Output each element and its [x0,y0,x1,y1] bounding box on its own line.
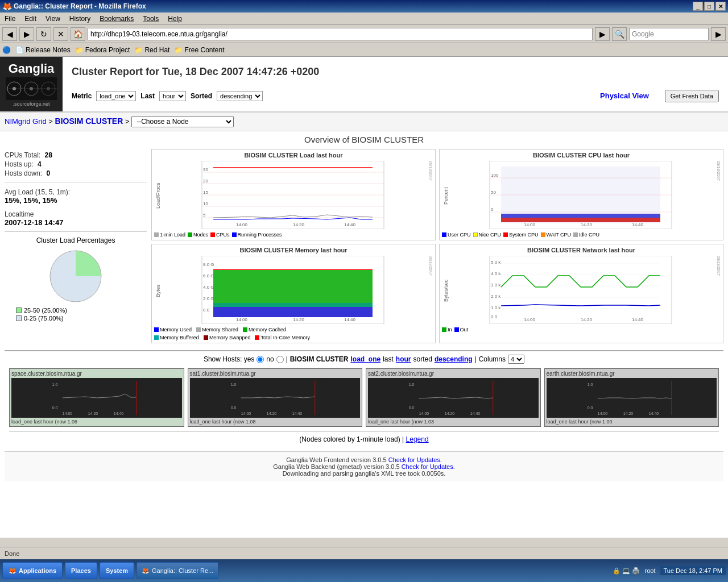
bookmark-redhat[interactable]: 📁 Red Hat [134,46,169,54]
biosim-cluster-link[interactable]: BIOSIM CLUSTER [55,117,123,126]
go-button[interactable]: ▶ [595,27,610,41]
network-chart-container: BIOSIM CLUSTER Network last hour Bytes/s… [439,244,723,343]
svg-text:14:20: 14:20 [581,222,593,227]
ganglia-logo: Ganglia .sourceforge.net [0,57,63,111]
forward-button[interactable]: ▶ [19,27,34,41]
hour-link[interactable]: hour [396,355,411,363]
svg-text:14:20: 14:20 [293,317,305,322]
refresh-button[interactable]: ↻ [36,27,51,41]
cpus-total-row: CPUs Total: 28 [5,151,147,159]
close-button[interactable]: ✕ [715,2,726,11]
svg-rect-51 [490,256,672,324]
svg-point-6 [30,87,33,90]
network-chart-svg: 5.0 k 4.0 k 3.0 k 2.0 k 1.0 k 0.0 [449,256,713,324]
search-icon[interactable]: 🔍 [612,27,627,41]
svg-text:10: 10 [203,201,208,206]
load-chart-svg: 30 20 15 10 5 [161,161,425,229]
window-controls: _ □ ✕ [693,2,726,11]
descending-link[interactable]: descending [435,355,473,363]
bookmark-free-content[interactable]: 📁 Free Content [174,46,224,54]
hosts-cluster-label: BIOSIM CLUSTER [290,355,349,363]
physical-view-link[interactable]: Physical View [600,92,649,100]
ganglia-header: Ganglia .sourceforge.net Cluster Report … [0,57,728,113]
stop-button[interactable]: ✕ [53,27,68,41]
svg-text:1.0: 1.0 [230,383,236,386]
search-input[interactable] [629,28,709,40]
charts-row-1: BIOSIM CLUSTER Load last hour Load/Procs [151,149,723,240]
svg-text:5: 5 [203,213,206,218]
nimgrid-link[interactable]: NIMgrid Grid [5,117,47,126]
bookmark-fedora[interactable]: 📁 Fedora Project [75,46,130,54]
breadcrumb-sep2: > [125,117,131,126]
network-chart-title: BIOSIM CLUSTER Network last hour [442,247,721,253]
svg-text:14:40: 14:40 [344,317,356,322]
svg-text:0.0: 0.0 [587,406,593,410]
cpu-chart-legend: User CPU Nice CPU System CPU WAIT CPU Id… [442,232,721,238]
host-caption: load_one last hour (now 1.00 [547,419,717,425]
legend-0-25-label: 0-25 (75.00%) [24,315,64,322]
show-hosts-no-radio[interactable] [276,356,284,363]
url-input[interactable] [88,28,593,40]
cpu-chart-container: BIOSIM CLUSTER CPU last hour Percent [439,149,723,240]
check-updates-2-link[interactable]: Check for Updates. [402,463,455,470]
folder-icon: 📁 [75,46,84,54]
sorted-select[interactable]: descending [217,91,263,101]
host-name: sat1.cluster.biosim.ntua.gr [190,371,361,377]
minimize-button[interactable]: _ [693,2,703,11]
svg-text:0.0: 0.0 [491,314,498,319]
svg-text:14:20: 14:20 [623,411,633,415]
breadcrumb-sep1: > [48,117,55,126]
footer-line1: Ganglia Web Frontend version 3.0.5 Check… [9,456,719,463]
cpu-yaxis: Percent [442,161,449,231]
legend-25-50-label: 25-50 (25.00%) [24,307,67,314]
hosts-last-label: last [383,355,394,363]
ganglia-logo-text: Ganglia [9,61,55,76]
svg-rect-33 [501,218,660,222]
localtime-value: 2007-12-18 14:47 [5,218,147,227]
svg-text:30: 30 [203,167,208,172]
columns-select[interactable]: 4 [508,355,524,364]
hosts-up-row: Hosts up: 4 [5,160,147,168]
svg-text:20: 20 [203,178,208,184]
svg-text:1.0 k: 1.0 k [491,305,501,310]
hosts-up-value: 4 [38,160,42,168]
svg-text:14:00: 14:00 [524,222,536,227]
bookmark-release-notes[interactable]: 📄 Release Notes [15,46,71,54]
svg-text:100: 100 [491,173,499,178]
home-button[interactable]: 🏠 [71,27,85,41]
memory-chart-container: BIOSIM CLUSTER Memory last hour Bytes [151,244,436,343]
svg-text:14:00: 14:00 [236,317,248,322]
svg-text:14:40: 14:40 [470,411,481,415]
hosts-sorted-label: sorted [413,355,432,363]
folder-icon: 📁 [174,46,183,54]
menu-file[interactable]: File [2,14,18,24]
search-submit-button[interactable]: ▶ [711,27,726,41]
legend-link[interactable]: Legend [406,435,429,443]
sorted-label: Sorted [191,92,212,100]
show-hosts-yes-radio[interactable] [257,356,264,363]
menu-tools[interactable]: Tools [140,14,161,24]
check-updates-1-link[interactable]: Check for Updates. [388,456,442,463]
metric-select[interactable]: load_one [96,91,136,101]
menu-history[interactable]: History [67,14,93,24]
back-button[interactable]: ◀ [2,27,17,41]
svg-text:14:00: 14:00 [419,411,429,415]
svg-text:0.0: 0.0 [230,406,236,410]
menu-view[interactable]: View [43,14,63,24]
last-select[interactable]: hour [159,91,186,101]
no-label: no [266,355,274,363]
menu-help[interactable]: Help [166,14,184,24]
menu-edit[interactable]: Edit [22,14,39,24]
cpus-total-value: 28 [44,151,52,159]
maximize-button[interactable]: □ [704,2,714,11]
node-select[interactable]: --Choose a Node [131,116,234,127]
memory-chart-title: BIOSIM CLUSTER Memory last hour [154,247,433,253]
menu-bookmarks[interactable]: Bookmarks [97,14,136,24]
get-fresh-data-button[interactable]: Get Fresh Data [665,90,719,102]
overview-grid: CPUs Total: 28 Hosts up: 4 Hosts down: 0… [5,149,723,347]
cpu-chart-svg: 100 50 0 14:00 14:20 [449,161,713,229]
svg-rect-39 [213,270,373,307]
avg-load-values: 15%, 15%, 15% [5,196,147,205]
load-one-link[interactable]: load_one [350,355,380,363]
bookmarks-bar: 🔵 📄 Release Notes 📁 Fedora Project 📁 Red… [0,43,728,57]
